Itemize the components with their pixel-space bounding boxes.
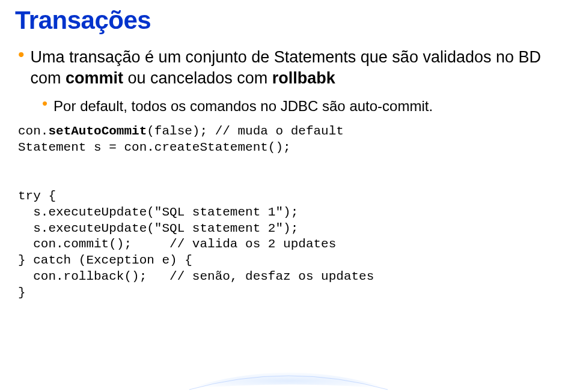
code-line-1a: con.	[18, 124, 48, 138]
code-line-1b: setAutoCommit	[48, 124, 147, 138]
code-block-1: con.setAutoCommit(false); // muda o defa…	[18, 124, 559, 301]
code-line-6: con.commit(); // valida os 2 updates	[18, 237, 336, 251]
code-line-2: Statement s = con.createStatement();	[18, 140, 291, 154]
code-line-8: con.rollback(); // senão, desfaz os upda…	[18, 270, 374, 283]
slide-container: Transações • Uma transação é um conjunto…	[0, 0, 577, 392]
bullet-dot-icon: •	[18, 46, 25, 64]
code-line-3: try {	[18, 189, 56, 203]
code-line-1c: (false); // muda o default	[147, 124, 344, 138]
code-line-9: }	[18, 286, 26, 300]
code-line-7: } catch (Exception e) {	[18, 253, 192, 267]
bullet1-part2: ou cancelados com	[123, 69, 272, 87]
bullet-level2: • Por default, todos os comandos no JDBC…	[42, 97, 559, 115]
page-title: Transações	[15, 6, 559, 35]
bullet1-rollback: rollbabk	[272, 69, 335, 87]
bullet1-text: Uma transação é um conjunto de Statement…	[31, 47, 559, 88]
code-line-4: s.executeUpdate("SQL statement 1");	[18, 205, 298, 219]
bullet-dot-icon: •	[42, 95, 47, 111]
slide-swoosh-decoration	[174, 362, 403, 392]
code-line-5: s.executeUpdate("SQL statement 2");	[18, 222, 298, 235]
bullet-level1: • Uma transação é um conjunto de Stateme…	[18, 47, 559, 88]
bullet2-text: Por default, todos os comandos no JDBC s…	[53, 97, 433, 115]
bullet1-commit: commit	[66, 69, 123, 87]
